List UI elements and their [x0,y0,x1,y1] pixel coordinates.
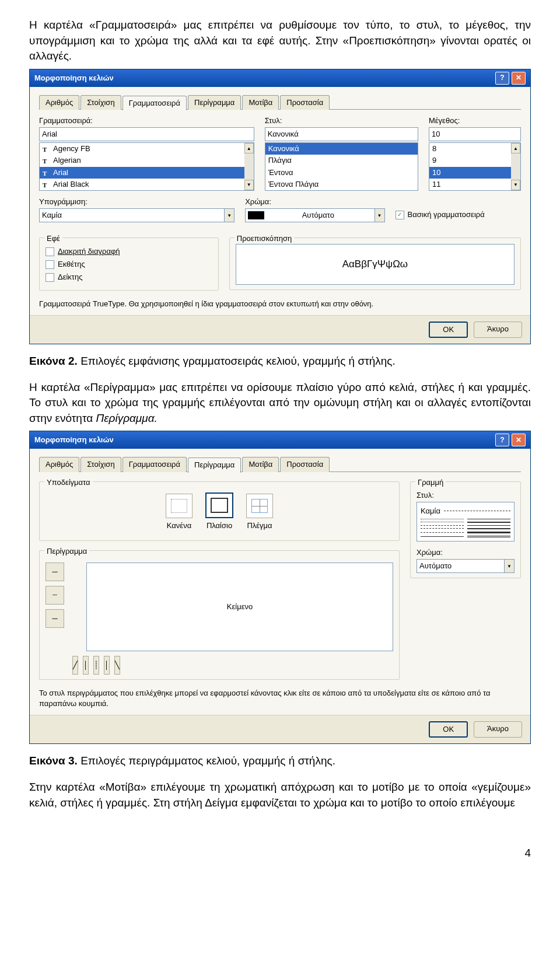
titlebar: Μορφοποίηση κελιών ? ✕ [30,69,530,87]
tab-font[interactable]: Γραμματοσειρά [123,96,187,110]
paragraph-2: Η καρτέλα «Περίγραμμα» μας επιτρέπει να … [29,380,531,427]
font-listbox[interactable]: TAgency FB TAlgerian TArial TArial Black… [39,142,254,191]
font-item[interactable]: TArial [40,167,244,179]
tab-alignment[interactable]: Στοίχιση [80,95,121,110]
underline-label: Υπογράμμιση: [39,197,235,207]
style-label: Στυλ: [265,116,418,126]
presets-group: Υποδείγματα Κανένα Πλαίσιο Πλέγμα [39,481,400,541]
cancel-button[interactable]: Άκυρο [474,721,522,738]
tab-font[interactable]: Γραμματοσειρά [123,457,187,471]
style-item[interactable]: Κανονικά [265,143,418,155]
dialog-title: Μορφοποίηση κελιών [34,435,114,445]
strikethrough-checkbox[interactable]: Διακριτή διαγραφή [46,246,212,257]
ok-button[interactable]: OK [429,322,468,338]
color-select[interactable]: Αυτόματο▼ [245,208,384,222]
border-top-button[interactable]: ─ [46,563,64,581]
underline-select[interactable]: Καμία▼ [39,208,235,222]
style-listbox[interactable]: Κανονικά Πλάγια Έντονα Έντονα Πλάγια [265,142,418,191]
border-hmid-button[interactable]: ┄ [46,586,64,605]
superscript-checkbox[interactable]: Εκθέτης [46,259,212,270]
line-style-listbox[interactable]: Καμία [416,502,514,542]
help-icon[interactable]: ? [495,434,509,446]
preset-outline[interactable]: Πλαίσιο [205,493,233,531]
normal-font-checkbox[interactable]: ✓Βασική γραμματοσειρά [396,209,485,220]
chevron-down-icon[interactable]: ▼ [375,208,385,222]
tab-patterns[interactable]: Μοτίβα [242,95,279,110]
color-swatch-icon [248,211,264,219]
style-input[interactable]: Κανονικά [265,127,418,141]
font-item[interactable]: TAlgerian [40,155,244,166]
tab-protection[interactable]: Προστασία [280,457,330,471]
style-item[interactable]: Έντονα Πλάγια [265,179,418,190]
size-item[interactable]: 9 [429,155,511,166]
tab-strip: Αριθμός Στοίχιση Γραμματοσειρά Περίγραμμ… [39,95,521,110]
border-diag2-button[interactable]: ╲ [114,656,120,675]
paragraph-3: Στην καρτέλα «Μοτίβα» επιλέγουμε τη χρωμ… [29,780,531,811]
size-item[interactable]: 8 [429,143,511,155]
border-vmid-button[interactable]: ┊ [93,656,99,675]
tab-alignment[interactable]: Στοίχιση [80,457,121,471]
border-left-button[interactable]: │ [83,656,89,675]
paragraph-1: Η καρτέλα «Γραμματοσειρά» μας επιτρέπει … [29,18,531,64]
size-item[interactable]: 10 [429,167,511,179]
color-label: Χρώμα: [245,197,384,207]
close-icon[interactable]: ✕ [512,434,526,446]
border-diag1-button[interactable]: ╱ [72,656,78,675]
preset-none[interactable]: Κανένα [166,494,192,531]
scrollbar[interactable]: ▲▼ [511,143,520,190]
cancel-button[interactable]: Άκυρο [474,322,522,338]
titlebar: Μορφοποίηση κελιών ? ✕ [30,431,530,449]
close-icon[interactable]: ✕ [512,72,526,85]
ok-button[interactable]: OK [429,721,468,738]
border-preview: Κείμενο [86,563,393,651]
chevron-down-icon[interactable]: ▼ [505,559,514,573]
border-bottom-button[interactable]: ─ [46,609,64,628]
tab-border[interactable]: Περίγραμμα [188,457,241,472]
tab-number[interactable]: Αριθμός [39,95,79,110]
format-cells-dialog-border: Μορφοποίηση κελιών ? ✕ Αριθμός Στοίχιση … [29,431,531,744]
border-group: Περίγραμμα ─ ┄ ─ Κείμενο ╱ │ ┊ │ [39,550,400,680]
font-input[interactable]: Arial [39,127,254,141]
figure-caption-2: Εικόνα 2. Επιλογές εμφάνισης γραμματοσει… [29,354,531,369]
preview-text: ΑαΒβΓγΨψΩω [236,244,514,285]
subscript-checkbox[interactable]: Δείκτης [46,272,212,282]
preset-inside[interactable]: Πλέγμα [246,494,273,531]
font-label: Γραμματοσειρά: [39,116,254,126]
dialog-title: Μορφοποίηση κελιών [34,73,114,83]
figure-caption-3: Εικόνα 3. Επιλογές περιγράμματος κελιού,… [29,753,531,769]
line-group: Γραμμή Στυλ: Καμία Χρώμα: Αυτόματο▼ [410,481,521,579]
tab-strip: Αριθμός Στοίχιση Γραμματοσειρά Περίγραμμ… [39,457,521,471]
tab-number[interactable]: Αριθμός [39,457,79,471]
effects-group: Εφέ Διακριτή διαγραφή Εκθέτης Δείκτης [39,237,219,291]
border-right-button[interactable]: │ [104,656,110,675]
preview-group: Προεπισκόπηση ΑαΒβΓγΨψΩω [229,237,521,290]
info-text: Γραμματοσειρά TrueType. Θα χρησιμοποιηθε… [39,299,521,309]
border-color-select[interactable]: Αυτόματο▼ [416,559,514,573]
size-item[interactable]: 11 [429,179,511,190]
size-input[interactable]: 10 [429,127,521,141]
info-text: Το στυλ περιγράμματος που επιλέχθηκε μπο… [39,688,521,709]
format-cells-dialog-font: Μορφοποίηση κελιών ? ✕ Αριθμός Στοίχιση … [29,69,531,344]
scrollbar[interactable]: ▲▼ [244,143,254,190]
chevron-down-icon[interactable]: ▼ [225,208,235,222]
tab-protection[interactable]: Προστασία [280,95,330,110]
size-listbox[interactable]: 8 9 10 11 ▲▼ [429,142,521,191]
help-icon[interactable]: ? [495,72,509,85]
page-number: 4 [29,846,531,861]
size-label: Μέγεθος: [429,116,521,126]
tab-patterns[interactable]: Μοτίβα [242,457,279,471]
tab-border[interactable]: Περίγραμμα [188,95,241,110]
style-item[interactable]: Πλάγια [265,155,418,166]
font-item[interactable]: TAgency FB [40,143,244,155]
style-item[interactable]: Έντονα [265,167,418,179]
font-item[interactable]: TArial Black [40,179,244,190]
